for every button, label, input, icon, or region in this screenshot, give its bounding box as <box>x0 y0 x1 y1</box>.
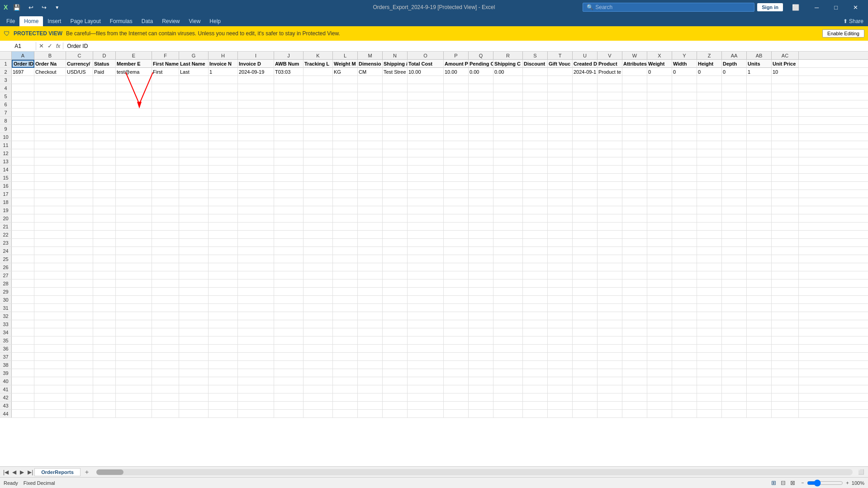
cell-W7[interactable] <box>622 109 647 117</box>
cell-Y2[interactable]: 0 <box>672 68 697 76</box>
cell-S30[interactable] <box>523 296 548 304</box>
cell-G21[interactable] <box>179 223 209 231</box>
cell-Y13[interactable] <box>672 157 697 166</box>
cell-V10[interactable] <box>598 133 622 141</box>
cell-A33[interactable] <box>12 320 34 328</box>
cell-D31[interactable] <box>93 304 116 312</box>
cell-I44[interactable] <box>238 410 274 418</box>
cell-AA39[interactable] <box>722 369 747 377</box>
cell-AC41[interactable] <box>772 385 799 393</box>
cell-I21[interactable] <box>238 223 274 231</box>
col-header-d[interactable]: D <box>93 52 116 60</box>
cell-O5[interactable] <box>408 92 444 100</box>
cell-C27[interactable] <box>66 271 93 280</box>
cell-T41[interactable] <box>548 385 573 393</box>
cell-P4[interactable] <box>444 84 469 92</box>
cell-M4[interactable] <box>358 84 383 92</box>
cell-D5[interactable] <box>93 92 116 100</box>
cell-K22[interactable] <box>304 231 333 239</box>
cell-H26[interactable] <box>209 263 238 271</box>
cell-G31[interactable] <box>179 304 209 312</box>
cell-S10[interactable] <box>523 133 548 141</box>
cell-AB22[interactable] <box>747 231 772 239</box>
cell-B40[interactable] <box>34 377 66 385</box>
cell-H32[interactable] <box>209 312 238 320</box>
tab-help[interactable]: Help <box>205 16 225 26</box>
cell-F35[interactable] <box>152 336 179 345</box>
cell-G33[interactable] <box>179 320 209 328</box>
cell-I42[interactable] <box>238 393 274 402</box>
cell-S23[interactable] <box>523 239 548 247</box>
cell-A16[interactable] <box>12 182 34 190</box>
cell-P29[interactable] <box>444 288 469 296</box>
cell-AB13[interactable] <box>747 157 772 166</box>
cell-B13[interactable] <box>34 157 66 166</box>
cell-L3[interactable] <box>333 76 358 84</box>
cell-V17[interactable] <box>598 190 622 198</box>
cell-T37[interactable] <box>548 353 573 361</box>
zoom-slider[interactable] <box>807 479 843 487</box>
cell-M12[interactable] <box>358 149 383 157</box>
cell-G26[interactable] <box>179 263 209 271</box>
cell-J18[interactable] <box>274 198 304 206</box>
cell-K36[interactable] <box>304 345 333 353</box>
maximize-button[interactable]: □ <box>828 2 844 13</box>
cell-X19[interactable] <box>647 206 672 214</box>
cell-AB36[interactable] <box>747 345 772 353</box>
cell-Y17[interactable] <box>672 190 697 198</box>
cell-A22[interactable] <box>12 231 34 239</box>
cell-J35[interactable] <box>274 336 304 345</box>
cell-Y24[interactable] <box>672 247 697 255</box>
cell-X28[interactable] <box>647 280 672 288</box>
cell-AA4[interactable] <box>722 84 747 92</box>
cell-W20[interactable] <box>622 214 647 223</box>
cell-AB19[interactable] <box>747 206 772 214</box>
cell-B36[interactable] <box>34 345 66 353</box>
cell-D23[interactable] <box>93 239 116 247</box>
cell-G20[interactable] <box>179 214 209 223</box>
cell-L25[interactable] <box>333 255 358 263</box>
cell-X17[interactable] <box>647 190 672 198</box>
cell-G13[interactable] <box>179 157 209 166</box>
cell-H10[interactable] <box>209 133 238 141</box>
cell-A17[interactable] <box>12 190 34 198</box>
cell-L32[interactable] <box>333 312 358 320</box>
cell-S11[interactable] <box>523 141 548 149</box>
cell-Z29[interactable] <box>697 288 722 296</box>
cell-E24[interactable] <box>116 247 152 255</box>
cell-E20[interactable] <box>116 214 152 223</box>
cell-AA42[interactable] <box>722 393 747 402</box>
cell-Q21[interactable] <box>469 223 493 231</box>
cell-S22[interactable] <box>523 231 548 239</box>
cell-D30[interactable] <box>93 296 116 304</box>
cell-G42[interactable] <box>179 393 209 402</box>
cell-S25[interactable] <box>523 255 548 263</box>
cell-T29[interactable] <box>548 288 573 296</box>
cell-X9[interactable] <box>647 125 672 133</box>
cell-O16[interactable] <box>408 182 444 190</box>
cell-P23[interactable] <box>444 239 469 247</box>
cell-Y10[interactable] <box>672 133 697 141</box>
cell-M5[interactable] <box>358 92 383 100</box>
cell-Q25[interactable] <box>469 255 493 263</box>
cell-M28[interactable] <box>358 280 383 288</box>
cell-S29[interactable] <box>523 288 548 296</box>
cell-U11[interactable] <box>573 141 598 149</box>
cell-L10[interactable] <box>333 133 358 141</box>
cell-O28[interactable] <box>408 280 444 288</box>
cell-T33[interactable] <box>548 320 573 328</box>
cell-A41[interactable] <box>12 385 34 393</box>
cell-Y27[interactable] <box>672 271 697 280</box>
cell-B8[interactable] <box>34 117 66 125</box>
cell-K11[interactable] <box>304 141 333 149</box>
cell-Y39[interactable] <box>672 369 697 377</box>
prev-sheet-button[interactable]: ◀ <box>11 469 18 475</box>
cell-V20[interactable] <box>598 214 622 223</box>
cell-A31[interactable] <box>12 304 34 312</box>
cell-C32[interactable] <box>66 312 93 320</box>
col-header-h[interactable]: H <box>209 52 238 60</box>
cell-B17[interactable] <box>34 190 66 198</box>
cell-J5[interactable] <box>274 92 304 100</box>
cell-AB20[interactable] <box>747 214 772 223</box>
cell-M19[interactable] <box>358 206 383 214</box>
